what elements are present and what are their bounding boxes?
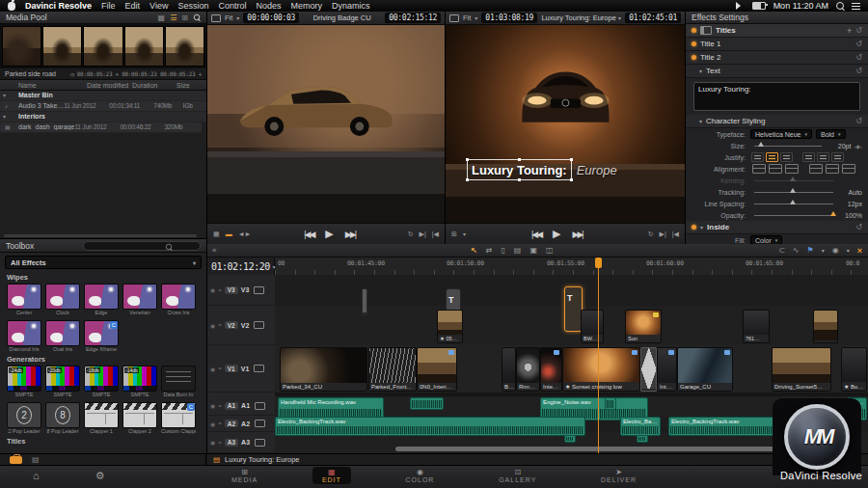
generator-thumbnail[interactable]: -20db — [45, 366, 80, 392]
menu-item[interactable]: Session — [177, 1, 208, 11]
track-header[interactable]: ◉ = V3 V3 — [207, 275, 275, 306]
auto-select-icon[interactable]: ◉ — [210, 366, 215, 372]
timeline-ruler[interactable]: 0000:01:45:0000:01:50:0000:01:55:0000:01… — [275, 258, 868, 276]
list-view-icon[interactable]: ☰ — [170, 14, 176, 22]
wipe-thumbnail[interactable] — [45, 320, 80, 346]
slider-knob[interactable] — [790, 188, 796, 193]
lock-track-icon[interactable]: = — [218, 366, 222, 371]
source-video-frame[interactable] — [207, 25, 445, 223]
insert-clip-icon[interactable]: ▤ — [514, 246, 522, 255]
font-weight-dropdown[interactable]: Bold▾ — [816, 129, 846, 139]
size-slider[interactable] — [754, 142, 822, 149]
bin-caret-icon[interactable]: ▾ — [3, 113, 6, 120]
prev-clip-button[interactable]: |◀◀ — [531, 230, 541, 239]
timeline-clip[interactable]: 0N0_Interio… — [417, 347, 457, 392]
auto-select-icon[interactable]: ◉ — [210, 322, 215, 329]
track-enable-icon[interactable] — [254, 286, 264, 294]
generator-effect[interactable]: C Custom Clapper — [161, 402, 196, 435]
zoom-level[interactable]: Fit — [463, 14, 471, 22]
generator-effect[interactable]: -14db SMPTE — [122, 366, 157, 398]
slider-knob[interactable] — [830, 211, 836, 216]
match-frame-icon[interactable]: ⊞ — [451, 230, 457, 238]
track-header[interactable]: ◉ = V2 V2 — [207, 306, 275, 345]
reset-icon[interactable]: ↺ — [855, 67, 862, 75]
wipe-effect[interactable]: Center — [7, 284, 41, 316]
generator-effect[interactable]: Clapper 1 — [84, 402, 119, 435]
title2-row[interactable]: Title 2 ↺ — [686, 51, 868, 65]
column-duration[interactable]: Duration — [132, 82, 176, 89]
title-text-input[interactable]: Luxury Touring: — [693, 82, 860, 111]
play-button[interactable]: ▶ — [553, 228, 560, 240]
timeline-clip[interactable] — [813, 310, 838, 343]
enabled-dot[interactable] — [692, 55, 696, 60]
selection-handle[interactable] — [570, 158, 573, 161]
titles-effect-row[interactable]: Titles + ↺ — [686, 24, 868, 38]
clip-filmstrip-preview[interactable] — [0, 24, 206, 68]
generator-thumbnail[interactable] — [84, 402, 119, 428]
timeline-clip[interactable]: Electro_Bac… — [620, 417, 661, 436]
generator-effect[interactable]: Clapper 2 — [122, 402, 157, 435]
timeline-clip[interactable]: Inte… — [657, 347, 677, 392]
slider-knob[interactable] — [790, 200, 796, 204]
collapse-icon[interactable]: « — [212, 246, 216, 255]
selection-tool-icon[interactable]: ↖ — [471, 246, 477, 255]
tracking-slider[interactable] — [754, 188, 833, 196]
page-button[interactable]: ▦ EDIT — [312, 467, 351, 484]
timeline-clip[interactable] — [605, 397, 616, 410]
track-enable-icon[interactable] — [255, 420, 265, 427]
timeline-clip[interactable]: Interio… — [540, 347, 562, 392]
enabled-dot[interactable] — [692, 225, 696, 230]
auto-select-icon[interactable]: ◉ — [210, 402, 215, 409]
reset-icon[interactable]: ↺ — [855, 223, 862, 231]
track-header[interactable]: ◉ = V1 V1 — [207, 345, 275, 393]
justify-center-button[interactable] — [766, 152, 778, 162]
volume-icon[interactable] — [736, 2, 745, 10]
flag-icon[interactable]: ⚑ — [807, 246, 814, 255]
line-spacing-slider[interactable] — [754, 200, 833, 207]
wipe-effect[interactable]: C Edge Xframe — [84, 320, 119, 353]
slider-knob[interactable] — [790, 176, 796, 181]
add-title-button[interactable]: + — [847, 26, 852, 36]
playhead[interactable] — [598, 258, 599, 453]
column-size[interactable]: Size — [176, 82, 203, 89]
enabled-dot[interactable] — [692, 28, 696, 33]
generator-thumbnail[interactable] — [161, 366, 196, 392]
media-tab-icon[interactable]: ▤ — [32, 455, 40, 464]
track-enable-icon[interactable] — [255, 402, 265, 410]
zoom-caret-icon[interactable]: ▾ — [475, 14, 477, 21]
opacity-slider[interactable] — [754, 211, 833, 219]
timeline-clip[interactable]: Electro_BackingTrack.wav — [275, 417, 585, 436]
selection-handle[interactable] — [518, 158, 521, 161]
track-header[interactable]: ◉ = A2 A2 — [207, 416, 275, 432]
wipe-thumbnail[interactable] — [7, 320, 41, 346]
effects-search-input[interactable] — [83, 241, 201, 251]
prev-clip-button[interactable]: |◀◀ — [304, 230, 313, 239]
generator-effect[interactable]: -18db SMPTE — [84, 366, 119, 398]
spotlight-search-icon[interactable] — [836, 2, 844, 10]
justify-left-button[interactable] — [751, 152, 764, 162]
track-enable-icon[interactable] — [255, 439, 265, 447]
page-button[interactable]: ⊡ GALLERY — [489, 467, 546, 484]
apple-menu-icon[interactable] — [8, 2, 15, 11]
timeline-name-dropdown[interactable]: Luxury Touring: Europe ▾ — [541, 14, 621, 22]
disclosure-caret-icon[interactable]: ▾ — [700, 224, 703, 230]
menu-item[interactable]: Dynamics — [332, 1, 370, 11]
replace-clip-icon[interactable]: ◫ — [546, 246, 554, 255]
kerning-slider[interactable] — [754, 176, 833, 184]
lock-track-icon[interactable]: = — [218, 287, 222, 293]
track-enable-icon[interactable] — [254, 321, 264, 329]
slider-knob[interactable] — [758, 142, 764, 147]
selection-handle[interactable] — [518, 178, 521, 181]
wipe-thumbnail[interactable] — [161, 284, 196, 310]
timeline-clip[interactable]: ★ Bon… — [841, 347, 867, 392]
gang-icon[interactable]: ▦ — [213, 230, 220, 238]
menu-item[interactable]: Edit — [125, 1, 141, 11]
home-icon[interactable]: ⌂ — [33, 470, 40, 482]
auto-select-icon[interactable]: ◉ — [210, 420, 215, 427]
justify-right-button[interactable] — [780, 152, 793, 162]
timeline-clip[interactable]: Sun — [625, 310, 662, 343]
lock-track-icon[interactable]: = — [218, 420, 222, 426]
typeface-dropdown[interactable]: Helvetica Neue▾ — [750, 129, 812, 139]
next-clip-button[interactable]: ▶▶| — [573, 230, 583, 239]
align-option-button[interactable] — [752, 164, 766, 174]
